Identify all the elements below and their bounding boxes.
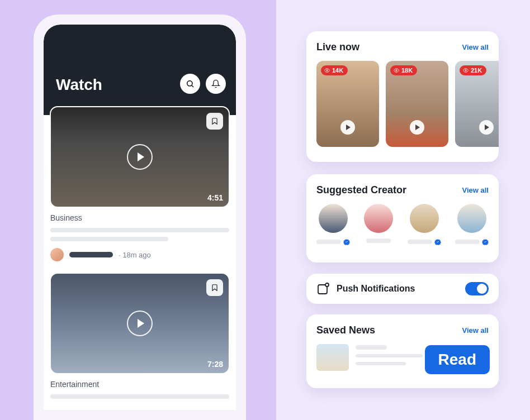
creator-list xyxy=(316,204,489,245)
creator-avatar xyxy=(364,204,393,233)
creator-avatar xyxy=(319,204,348,233)
svg-point-4 xyxy=(465,70,467,71)
video-thumbnail[interactable]: 4:51 xyxy=(50,106,230,208)
title-placeholder xyxy=(50,394,229,399)
search-icon xyxy=(186,79,195,88)
play-button[interactable] xyxy=(127,144,153,170)
author-name-placeholder xyxy=(69,252,113,257)
creator-item[interactable] xyxy=(455,204,489,245)
svg-point-0 xyxy=(187,81,192,86)
bell-icon xyxy=(211,79,220,88)
saved-item[interactable]: Read xyxy=(316,344,489,371)
push-notifications-card: Push Notifications xyxy=(306,274,499,304)
phone-frame: Watch 4:51 Business xyxy=(34,15,246,420)
video-time-ago: · 18m ago xyxy=(119,251,151,259)
notification-box-icon xyxy=(316,282,330,295)
play-icon xyxy=(340,120,355,135)
eye-icon xyxy=(394,68,399,73)
creator-view-all[interactable]: View all xyxy=(462,186,489,194)
push-label: Push Notifications xyxy=(337,284,415,294)
video-category: Entertainment xyxy=(50,380,236,389)
creator-name-placeholder xyxy=(408,240,432,244)
play-icon xyxy=(410,120,424,135)
live-stream-item[interactable]: 18K xyxy=(386,61,448,147)
live-stream-list: 14K 18K 21K xyxy=(316,61,499,147)
svg-point-3 xyxy=(396,70,397,71)
video-category: Business xyxy=(50,213,236,222)
viewer-badge: 21K xyxy=(460,65,486,75)
live-title: Live now xyxy=(316,41,359,53)
header-actions xyxy=(180,74,226,94)
svg-point-2 xyxy=(326,70,328,71)
play-icon xyxy=(138,152,144,161)
bookmark-icon xyxy=(211,283,219,292)
video-thumbnail[interactable]: 7:28 xyxy=(50,273,230,374)
viewer-badge: 18K xyxy=(390,65,417,75)
search-button[interactable] xyxy=(180,74,200,94)
creator-item[interactable] xyxy=(408,204,441,245)
verified-icon xyxy=(482,238,489,245)
verified-icon xyxy=(343,238,350,245)
video-duration: 4:51 xyxy=(207,193,223,202)
verified-icon xyxy=(434,238,441,245)
video-card: 7:28 Entertainment xyxy=(44,273,236,399)
creator-name-placeholder xyxy=(455,240,480,244)
eye-icon xyxy=(463,68,469,73)
viewer-badge: 14K xyxy=(321,65,348,75)
author-avatar[interactable] xyxy=(50,248,64,261)
play-icon xyxy=(138,319,144,328)
video-card: 4:51 Business · 18m ago xyxy=(44,106,236,261)
saved-title: Saved News xyxy=(316,324,375,336)
svg-line-1 xyxy=(192,85,193,87)
author-row: · 18m ago xyxy=(50,248,229,261)
live-view-all[interactable]: View all xyxy=(462,43,489,51)
bookmark-icon xyxy=(211,117,219,126)
video-duration: 7:28 xyxy=(207,360,223,369)
notifications-button[interactable] xyxy=(206,74,226,94)
bookmark-button[interactable] xyxy=(206,279,223,296)
saved-thumbnail xyxy=(316,344,349,371)
watch-header: Watch xyxy=(44,25,236,115)
creator-name-placeholder xyxy=(316,240,341,244)
creator-item[interactable] xyxy=(316,204,350,245)
saved-view-all[interactable]: View all xyxy=(462,326,489,335)
viewer-count: 18K xyxy=(401,67,413,74)
live-now-card: Live now View all 14K 18K 21K xyxy=(306,31,499,162)
viewer-count: 14K xyxy=(332,67,343,74)
phone-screen: Watch 4:51 Business xyxy=(44,25,236,410)
page-title: Watch xyxy=(56,76,102,94)
live-stream-item[interactable]: 21K xyxy=(455,61,499,147)
suggested-creator-card: Suggested Creator View all xyxy=(306,174,499,262)
read-button[interactable]: Read xyxy=(425,345,490,374)
creator-avatar xyxy=(457,204,486,233)
title-placeholder xyxy=(50,228,229,241)
creator-name-placeholder xyxy=(366,238,391,243)
viewer-count: 21K xyxy=(471,67,482,74)
saved-news-card: Saved News View all Read xyxy=(306,314,499,388)
creator-item[interactable] xyxy=(364,204,393,245)
creator-avatar xyxy=(410,204,439,233)
eye-icon xyxy=(324,68,330,73)
video-feed: 4:51 Business · 18m ago xyxy=(44,106,236,410)
svg-point-6 xyxy=(325,283,329,287)
live-stream-item[interactable]: 14K xyxy=(316,61,379,147)
play-button[interactable] xyxy=(127,311,153,336)
play-icon xyxy=(479,120,494,135)
creator-title: Suggested Creator xyxy=(316,184,406,196)
bookmark-button[interactable] xyxy=(206,113,223,130)
push-toggle[interactable] xyxy=(465,282,489,295)
